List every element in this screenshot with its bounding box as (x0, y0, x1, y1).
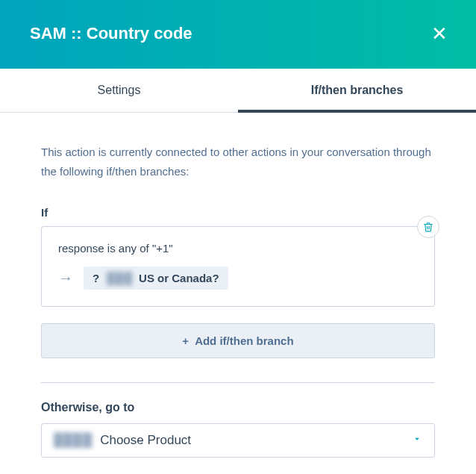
tab-bar: Settings If/then branches (0, 69, 476, 113)
arrow-right-icon: → (58, 269, 73, 287)
section-divider (41, 382, 435, 383)
delete-branch-button[interactable] (417, 216, 439, 238)
tab-if-then-branches[interactable]: If/then branches (238, 69, 476, 112)
branch-target-label: US or Canada? (139, 272, 219, 284)
panel-content: This action is currently connected to ot… (0, 113, 476, 458)
branch-target-hidden: ███ (107, 272, 133, 284)
branch-if-label: If (41, 206, 435, 219)
otherwise-select[interactable]: ████ Choose Product (41, 423, 435, 458)
dialog-title: SAM :: Country code (30, 24, 192, 43)
branch-card[interactable]: response is any of "+1" → ? ███ US or Ca… (41, 226, 435, 307)
caret-down-icon (412, 434, 422, 447)
otherwise-label: Otherwise, go to (41, 401, 435, 414)
close-icon: ✕ (431, 22, 448, 45)
otherwise-select-value: Choose Product (100, 433, 191, 448)
branch-block: response is any of "+1" → ? ███ US or Ca… (41, 226, 435, 307)
branch-target-row: → ? ███ US or Canada? (58, 266, 418, 290)
close-button[interactable]: ✕ (425, 21, 454, 46)
branch-condition: response is any of "+1" (58, 242, 418, 255)
otherwise-select-hidden: ████ (54, 433, 93, 448)
branch-target-prefix: ? (93, 272, 99, 284)
add-branch-label: Add if/then branch (195, 334, 294, 347)
branch-target-chip[interactable]: ? ███ US or Canada? (84, 266, 228, 290)
dialog-header: SAM :: Country code ✕ (0, 0, 476, 69)
panel-description: This action is currently connected to ot… (41, 143, 435, 181)
otherwise-select-content: ████ Choose Product (54, 433, 191, 448)
plus-icon: + (182, 334, 189, 347)
add-branch-button[interactable]: + Add if/then branch (41, 323, 435, 358)
trash-icon (423, 222, 433, 232)
tab-settings[interactable]: Settings (0, 69, 238, 112)
